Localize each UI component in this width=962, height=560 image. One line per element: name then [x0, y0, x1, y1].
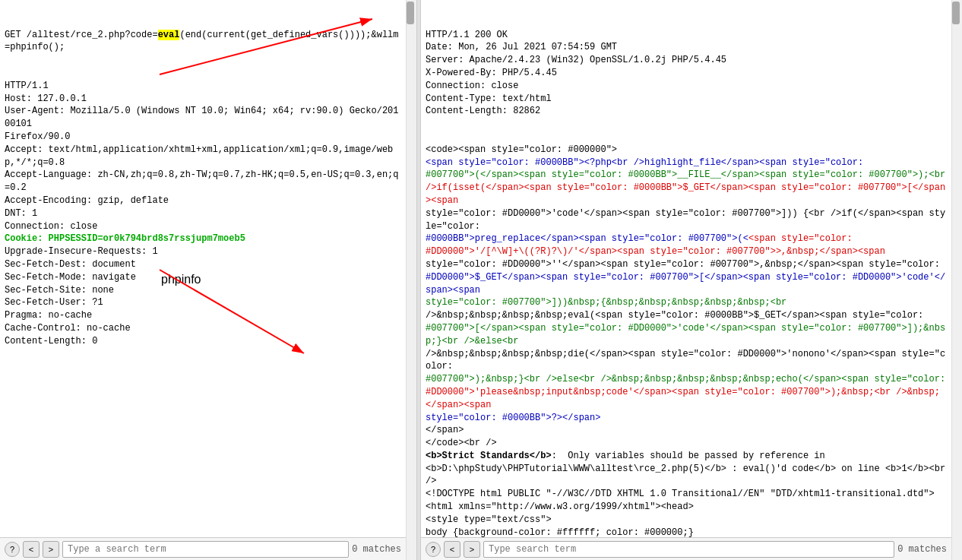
left-help-button[interactable]: ? — [5, 542, 20, 557]
request-content: HTTP/1.1 Host: 127.0.0.1 User-Agent: Moz… — [5, 80, 401, 348]
right-next-button[interactable]: > — [464, 541, 480, 558]
right-pane-content: HTTP/1.1 200 OK Date: Mon, 26 Jul 2021 0… — [421, 0, 951, 537]
right-matches-label: 0 matches — [897, 544, 947, 555]
right-section: HTTP/1.1 200 OK Date: Mon, 26 Jul 2021 0… — [421, 0, 962, 560]
left-prev-button[interactable]: < — [23, 541, 40, 558]
main-content: GET /alltest/rce_2.php?code=eval(end(cur… — [0, 0, 962, 560]
response-headers: HTTP/1.1 200 OK Date: Mon, 26 Jul 2021 0… — [426, 29, 947, 119]
right-help-button[interactable]: ? — [426, 542, 441, 557]
left-toolbar: ? < > 0 matches — [0, 537, 406, 560]
right-vertical-scroll[interactable] — [951, 0, 962, 560]
right-prev-button[interactable]: < — [444, 541, 460, 558]
left-pane-content: GET /alltest/rce_2.php?code=eval(end(cur… — [0, 0, 406, 537]
right-scroll-thumb[interactable] — [952, 2, 960, 24]
left-section: GET /alltest/rce_2.php?code=eval(end(cur… — [0, 0, 416, 560]
left-next-button[interactable]: > — [43, 541, 59, 558]
right-toolbar: ? < > 0 matches — [421, 537, 951, 560]
request-line: GET /alltest/rce_2.php?code=eval(end(cur… — [5, 29, 401, 55]
response-body: <code><span style="color: #000000"> <spa… — [426, 144, 947, 537]
left-search-input[interactable] — [62, 541, 349, 558]
left-vertical-scroll[interactable] — [406, 0, 416, 560]
left-scroll-thumb[interactable] — [407, 2, 414, 24]
right-search-input[interactable] — [483, 541, 894, 558]
left-matches-label: 0 matches — [352, 544, 401, 555]
